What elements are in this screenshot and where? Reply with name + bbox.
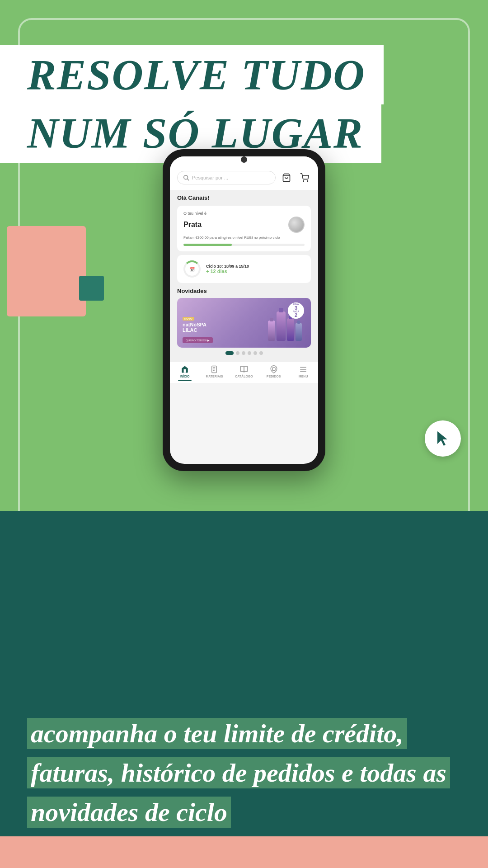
bottom-section: acompanha o teu limite de crédito, fatur… bbox=[0, 511, 488, 868]
bottom-text-area: acompanha o teu limite de crédito, fatur… bbox=[27, 714, 461, 832]
bottom-pink-strip bbox=[0, 836, 488, 868]
search-placeholder: Pesquisar por ... bbox=[192, 175, 228, 180]
promo-cta-button[interactable]: QUERO TODOS! ▶ bbox=[183, 337, 213, 343]
level-description: Faltam €300.00 para atingires o nível RU… bbox=[183, 236, 305, 240]
bottom-highlight-text: acompanha o teu limite de crédito, fatur… bbox=[27, 718, 450, 828]
dot-5 bbox=[253, 351, 257, 355]
svg-point-4 bbox=[307, 181, 308, 182]
home-icon bbox=[181, 365, 189, 373]
cycle-progress-icon: 📅 bbox=[183, 260, 201, 278]
nav-label-inicio: INÍCIO bbox=[180, 375, 189, 378]
promo-left: NOVO natNóSPA LILAC bbox=[183, 313, 206, 333]
cart-icon-btn[interactable] bbox=[298, 171, 311, 184]
phone-notch bbox=[241, 156, 247, 163]
nav-label-menu: MENU bbox=[299, 375, 308, 378]
phone-mockup: Pesquisar por ... bbox=[163, 149, 325, 471]
promo-paga-num: 2 bbox=[295, 313, 297, 318]
level-name-row: Prata bbox=[183, 217, 305, 233]
carousel-dots bbox=[177, 348, 311, 357]
basket-icon-btn[interactable] bbox=[280, 171, 293, 184]
cycle-inner-icon: 📅 bbox=[189, 267, 195, 272]
orders-icon bbox=[270, 365, 278, 373]
cycle-days: + 12 dias bbox=[206, 269, 249, 274]
dot-6 bbox=[259, 351, 263, 355]
headline-area: RESOLVE TUDO NUM SÓ LUGAR bbox=[0, 45, 488, 163]
promo-right: LEVA 3 PAGA 2 bbox=[248, 300, 306, 345]
bottom-nav: INÍCIO MATERIAIS bbox=[170, 361, 318, 383]
nav-item-catalogo[interactable]: CATÁLOGO bbox=[229, 365, 259, 381]
screen-body: Olá Canais! O teu nível é Prata Faltam €… bbox=[170, 190, 318, 361]
section-novidades-title: Novidades bbox=[177, 288, 311, 294]
svg-point-0 bbox=[184, 175, 188, 179]
deco-pink-rect bbox=[7, 226, 86, 316]
menu-icon bbox=[299, 365, 307, 373]
deco-teal-square bbox=[79, 276, 104, 301]
dot-2 bbox=[236, 351, 239, 355]
search-bar[interactable]: Pesquisar por ... bbox=[177, 171, 276, 184]
nav-item-inicio[interactable]: INÍCIO bbox=[170, 365, 200, 381]
top-section: RESOLVE TUDO NUM SÓ LUGAR Pes bbox=[0, 0, 488, 511]
level-badge-icon bbox=[288, 217, 305, 233]
progress-bar-fill bbox=[183, 244, 232, 246]
nav-label-pedidos: PEDIDOS bbox=[267, 375, 281, 378]
promo-banner[interactable]: NOVO natNóSPA LILAC LEVA 3 PAGA bbox=[177, 298, 311, 348]
dot-1 bbox=[225, 351, 234, 355]
cursor-icon bbox=[434, 429, 452, 448]
nav-underline-inicio bbox=[178, 380, 192, 381]
svg-marker-13 bbox=[437, 431, 447, 446]
dot-4 bbox=[248, 351, 251, 355]
svg-line-1 bbox=[188, 179, 189, 181]
materials-icon bbox=[210, 365, 218, 373]
cursor-circle bbox=[425, 420, 461, 457]
header-icons bbox=[280, 171, 311, 184]
promo-brand-name: natNóSPA LILAC bbox=[183, 322, 206, 333]
level-name: Prata bbox=[183, 221, 202, 229]
nav-label-materiais: MATERIAIS bbox=[206, 375, 223, 378]
nav-item-pedidos[interactable]: PEDIDOS bbox=[259, 365, 289, 381]
catalog-icon bbox=[240, 365, 248, 373]
headline-line1: RESOLVE TUDO bbox=[27, 50, 366, 100]
cart-icon bbox=[300, 173, 309, 182]
level-card: O teu nível é Prata Faltam €300.00 para … bbox=[177, 206, 311, 251]
headline-line1-wrap: RESOLVE TUDO bbox=[0, 45, 384, 104]
cycle-card: 📅 Ciclo 10: 18/09 a 15/10 + 12 dias bbox=[177, 255, 311, 283]
cycle-info: Ciclo 10: 18/09 a 15/10 + 12 dias bbox=[206, 264, 249, 274]
nav-item-materiais[interactable]: MATERIAIS bbox=[200, 365, 230, 381]
search-icon bbox=[183, 175, 189, 181]
svg-rect-9 bbox=[272, 368, 275, 371]
svg-point-3 bbox=[303, 181, 304, 182]
dot-3 bbox=[242, 351, 245, 355]
basket-icon bbox=[282, 173, 291, 182]
progress-bar-container bbox=[183, 244, 305, 246]
level-label: O teu nível é bbox=[183, 211, 305, 216]
phone-screen: Pesquisar por ... bbox=[170, 156, 318, 464]
greeting-text: Olá Canais! bbox=[177, 194, 311, 201]
cycle-dates: Ciclo 10: 18/09 a 15/10 bbox=[206, 264, 249, 269]
nav-label-catalogo: CATÁLOGO bbox=[235, 375, 253, 378]
promo-novo-badge: NOVO bbox=[183, 317, 194, 321]
nav-item-menu[interactable]: MENU bbox=[288, 365, 318, 381]
phone-outer-frame: Pesquisar por ... bbox=[163, 149, 325, 471]
